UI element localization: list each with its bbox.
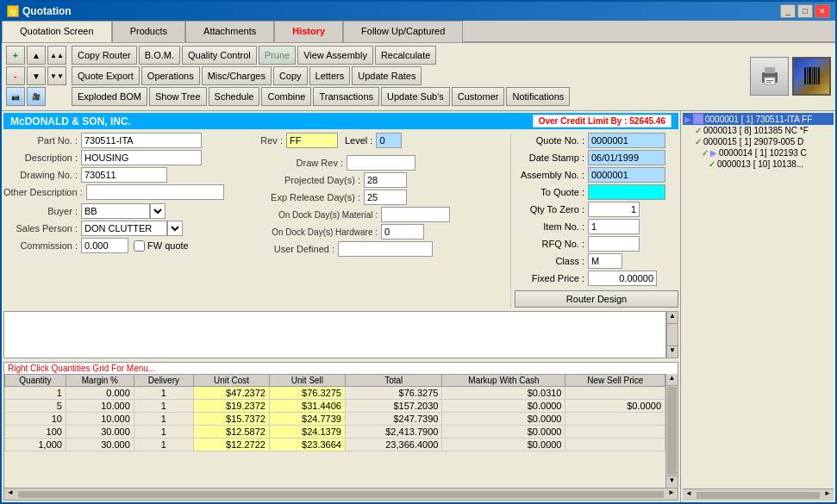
quality-control-button[interactable]: Quality Control <box>182 46 257 65</box>
camera-button2[interactable]: 🎥 <box>27 87 46 106</box>
fw-quote-checkbox[interactable] <box>134 240 145 252</box>
sales-person-dropdown[interactable]: ▼ <box>167 221 183 236</box>
form-and-info: Part No. : Description : Drawing No. : O… <box>2 131 680 309</box>
scroll-up-btn[interactable]: ▲ <box>667 312 678 324</box>
buyer-dropdown[interactable]: ▼ <box>150 203 166 219</box>
tree-item-0[interactable]: ▶ □ 0000001 [ 1] 730511-ITA FF <box>683 113 834 125</box>
add-button[interactable]: + <box>6 46 25 65</box>
grid-scroll-left[interactable]: ◄ <box>4 488 16 501</box>
sidebar-scrollbar-h[interactable]: ◄ ► <box>683 488 834 501</box>
grid-scroll-down[interactable]: ▼ <box>666 476 678 488</box>
grid-scroll-thumb[interactable] <box>667 387 677 475</box>
update-rates-button[interactable]: Update Rates <box>352 66 422 85</box>
end-button[interactable]: ▼▼ <box>47 66 66 85</box>
grid-scroll-h-thumb[interactable] <box>18 491 664 498</box>
on-dock-hardware-input[interactable] <box>381 224 424 240</box>
quote-no-input[interactable] <box>588 133 665 148</box>
tree-item-3[interactable]: ✓ ▶ 0000014 [ 1] 102193 C <box>683 147 834 159</box>
sidebar-scroll-right[interactable]: ► <box>821 489 834 501</box>
qty-to-zero-input[interactable] <box>588 202 640 217</box>
left-panel: McDONALD & SON, INC. Over Credit Limit B… <box>2 111 680 502</box>
tree-item-2[interactable]: ✓ 0000015 [ 1] 29079-005 D <box>683 136 834 147</box>
schedule-button[interactable]: Schedule <box>209 87 260 106</box>
svg-rect-3 <box>766 80 773 81</box>
view-assembly-button[interactable]: View Assembly <box>297 46 373 65</box>
to-quote-input[interactable] <box>588 184 665 200</box>
table-row[interactable]: 1010.0001$15.7372$24.7739$247.7390$0.000… <box>5 413 665 426</box>
tree-item-1[interactable]: ✓ 0000013 [ 8] 101385 NC *F <box>683 125 834 136</box>
commission-input[interactable] <box>81 238 128 253</box>
other-description-input[interactable] <box>86 184 224 200</box>
assembly-no-input[interactable] <box>588 167 665 183</box>
item-no-input[interactable] <box>588 219 640 234</box>
scroll-down-btn[interactable]: ▼ <box>667 345 678 358</box>
tab-attachments[interactable]: Attachments <box>185 21 274 42</box>
tree-check-1: ✓ <box>695 126 702 135</box>
recalculate-button[interactable]: Recalculate <box>375 46 436 65</box>
copy-button[interactable]: Copy <box>273 66 308 85</box>
notifications-button[interactable]: Notifications <box>506 87 570 106</box>
show-tree-button[interactable]: Show Tree <box>149 87 207 106</box>
rfq-no-input[interactable] <box>588 236 640 252</box>
table-row[interactable]: 1,00030.0001$12.2722$23.366423,366.4000$… <box>5 439 665 451</box>
projected-days-input[interactable] <box>364 172 407 188</box>
close-button[interactable]: ✕ <box>815 4 830 18</box>
part-no-input[interactable] <box>81 133 202 148</box>
prune-button[interactable]: Prune <box>259 46 296 65</box>
buyer-input[interactable] <box>81 203 150 219</box>
tab-history[interactable]: History <box>274 21 343 42</box>
notes-textarea[interactable] <box>3 311 666 358</box>
grid-scroll-up[interactable]: ▲ <box>666 374 678 386</box>
misc-charges-button[interactable]: Misc/Charges <box>202 66 272 85</box>
drawing-no-input[interactable] <box>81 167 167 183</box>
down-button[interactable]: ▼ <box>27 66 46 85</box>
on-dock-material-input[interactable] <box>381 207 450 222</box>
grid-section: Right Click Quantities Grid For Menu... … <box>3 362 678 501</box>
sidebar-scroll-left[interactable]: ◄ <box>683 489 695 501</box>
sidebar-scroll-h-thumb[interactable] <box>696 492 820 499</box>
copy-router-button[interactable]: Copy Router <box>72 46 137 65</box>
combine-button[interactable]: Combine <box>261 87 311 106</box>
update-subs-button[interactable]: Update Sub's <box>381 87 450 106</box>
letters-button[interactable]: Letters <box>309 66 351 85</box>
table-cell: $0.0310 <box>442 387 565 400</box>
col-total: Total <box>345 375 441 387</box>
class-input[interactable] <box>588 253 622 269</box>
grid-scrollbar-v[interactable]: ▲ ▼ <box>665 374 678 488</box>
maximize-button[interactable]: □ <box>797 4 813 18</box>
exp-release-input[interactable] <box>364 190 407 205</box>
table-row[interactable]: 10030.0001$12.5872$24.1379$2,413.7900$0.… <box>5 426 665 439</box>
draw-rev-input[interactable] <box>347 155 415 171</box>
home-button[interactable]: ▲▲ <box>47 46 66 65</box>
up-button[interactable]: ▲ <box>27 46 46 65</box>
grid-scrollbar-h[interactable]: ◄ ► <box>4 488 678 500</box>
level-input[interactable] <box>376 133 402 148</box>
tab-follow-up[interactable]: Follow Up/Captured <box>343 21 463 42</box>
tree-item-4[interactable]: ✓ 0000013 [ 10] 10138... <box>683 159 834 170</box>
printer-icon[interactable] <box>750 57 789 96</box>
camera-button1[interactable]: 📷 <box>6 87 25 106</box>
tab-quotation-screen[interactable]: Quotation Screen <box>2 21 112 42</box>
operations-button[interactable]: Operations <box>141 66 200 85</box>
minimize-button[interactable]: _ <box>780 4 796 18</box>
table-row[interactable]: 10.0001$47.2372$76.3275$76.3275$0.0310 <box>5 387 665 400</box>
table-cell <box>565 413 665 426</box>
router-design-button[interactable]: Router Design <box>515 290 678 308</box>
date-stamp-input[interactable] <box>588 150 665 165</box>
description-input[interactable] <box>81 150 202 165</box>
fixed-price-input[interactable] <box>588 271 657 286</box>
transactions-button[interactable]: Transactions <box>313 87 379 106</box>
user-defined-input[interactable] <box>338 241 433 257</box>
sales-person-label: Sales Person : <box>3 223 81 233</box>
sales-person-input[interactable] <box>81 221 167 236</box>
table-row[interactable]: 510.0001$19.2372$31.4406$157.2030$0.0000… <box>5 400 665 413</box>
quote-export-button[interactable]: Quote Export <box>72 66 140 85</box>
exploded-bom-button[interactable]: Exploded BOM <box>72 87 147 106</box>
tab-products[interactable]: Products <box>112 21 185 42</box>
bom-button[interactable]: B.O.M. <box>139 46 180 65</box>
remove-button[interactable]: - <box>6 66 25 85</box>
form-middle: Rev : Level : Draw Rev : Projected Day(s… <box>253 133 510 308</box>
customer-button[interactable]: Customer <box>452 87 505 106</box>
grid-scroll-right[interactable]: ► <box>665 488 678 501</box>
rev-input[interactable] <box>286 133 338 148</box>
